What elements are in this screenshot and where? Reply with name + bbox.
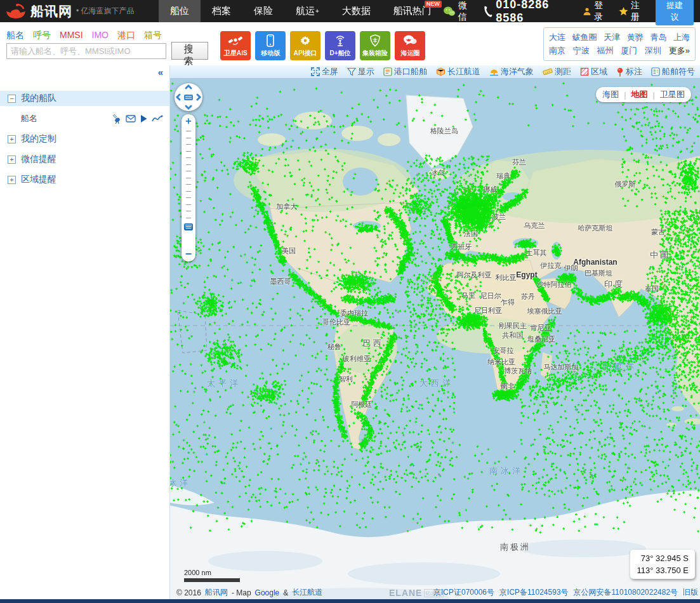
expand-toggle-icon[interactable]: + (8, 176, 16, 184)
sidebar-item-区域提醒[interactable]: +区域提醒 (0, 172, 169, 187)
nav-item-大数据[interactable]: 大数据 (331, 0, 382, 22)
city-link-宁波[interactable]: 宁波 (573, 45, 590, 56)
nav-item-船讯热门[interactable]: 船讯热门NEW (382, 0, 443, 22)
toolbar-显示[interactable]: 显示 (347, 66, 374, 77)
city-link-大连[interactable]: 大连 (549, 32, 565, 43)
sidebar-item-微信提醒[interactable]: +微信提醒 (0, 152, 169, 167)
badge-API接口[interactable]: API接口 (290, 31, 320, 60)
toolbar-label: 显示 (358, 66, 374, 77)
icp-link[interactable]: 京ICP备11024593号 (499, 587, 569, 598)
city-link-天津[interactable]: 天津 (604, 32, 620, 43)
map-toolbar: 全屏显示港口船舶长江航道海洋气象测距区域标注船舶符号 (170, 65, 700, 79)
mail-icon[interactable] (126, 115, 136, 123)
top-navbar: 船讯网 • 亿海蓝旗下产品 船位档案保险航运+大数据船讯热门NEW 微信 010… (0, 0, 700, 22)
badge-移动版[interactable]: 移动版 (255, 31, 286, 60)
toolbar-标注[interactable]: 标注 (616, 66, 642, 77)
city-link-鲅鱼圈[interactable]: 鲅鱼圈 (572, 32, 597, 43)
fullscreen-icon (311, 67, 320, 76)
sidebar-item-我的船队[interactable]: −我的船队 (0, 91, 169, 106)
maptype-海图[interactable]: 海图 (602, 89, 619, 100)
site-link[interactable]: 船讯网 (205, 587, 228, 598)
icp-link[interactable]: 旧版 (683, 587, 698, 598)
feedback-button[interactable]: 提建议 (656, 0, 694, 25)
ship-markers-layer[interactable] (170, 79, 700, 603)
zoom-out-button[interactable]: − (183, 249, 194, 260)
search-input[interactable] (6, 43, 166, 59)
phone-icon (482, 6, 492, 17)
toolbar-区域[interactable]: 区域 (580, 66, 607, 77)
zoom-tick (186, 197, 191, 198)
search-type-呼号[interactable]: 呼号 (33, 30, 51, 41)
maptype-地图[interactable]: 地图 (631, 89, 648, 100)
scale-label: 2000 nm (184, 569, 240, 576)
dish-icon[interactable] (111, 114, 122, 124)
city-link-福州[interactable]: 福州 (597, 45, 614, 56)
changjiang-link[interactable]: 长江航道 (292, 587, 322, 598)
toolbar-全屏[interactable]: 全屏 (311, 66, 338, 77)
track-icon[interactable] (152, 115, 163, 123)
nav-item-label: 船位 (170, 5, 189, 17)
search-button[interactable]: 搜 索 (171, 42, 208, 60)
search-type-船名[interactable]: 船名 (6, 30, 24, 41)
header-right: 微信 010-8286 8586 登录 注册 提建议 (443, 0, 700, 25)
toolbar-船舶符号[interactable]: 船舶符号 (651, 66, 695, 77)
login-link[interactable]: 登录 (583, 0, 610, 23)
nav-item-船位[interactable]: 船位 (159, 0, 201, 22)
google-link[interactable]: Google (255, 588, 280, 597)
nav-item-保险[interactable]: 保险 (242, 0, 284, 22)
nav-item-档案[interactable]: 档案 (201, 0, 242, 22)
zoom-slider-handle[interactable] (184, 223, 193, 230)
city-link-上海[interactable]: 上海 (673, 32, 690, 43)
expand-toggle-icon[interactable]: + (8, 156, 16, 164)
sidebar: « −我的船队船名+我的定制+微信提醒+区域提醒 (0, 65, 170, 603)
map-label-text: - Map (232, 588, 251, 597)
gear-icon (299, 34, 312, 47)
toolbar-港口船舶[interactable]: 港口船舶 (383, 66, 427, 77)
city-link-青岛[interactable]: 青岛 (650, 32, 666, 43)
badge-D+船位[interactable]: D+船位 (325, 31, 355, 60)
sidebar-collapse-button[interactable]: « (155, 67, 166, 77)
toolbar-label: 港口船舶 (394, 66, 427, 77)
maptype-卫星图[interactable]: 卫星图 (660, 89, 685, 100)
icp-link[interactable]: 京ICP证070006号 (433, 587, 494, 598)
icp-link[interactable]: 京公网安备11010802022482号 (574, 587, 678, 598)
toolbar-测距[interactable]: 测距 (543, 66, 571, 77)
cities-row-1: 大连鲅鱼圈天津黄骅青岛上海 (549, 32, 690, 43)
search-type-箱号[interactable]: 箱号 (144, 30, 162, 41)
toolbar-label: 海洋气象 (501, 66, 534, 77)
badge-集装箱险[interactable]: 集装箱险 (360, 31, 390, 60)
tree-item-label: 我的船队 (21, 93, 56, 104)
sidebar-item-我的定制[interactable]: +我的定制 (0, 131, 169, 147)
city-link-南京[interactable]: 南京 (549, 45, 565, 56)
play-icon[interactable] (140, 114, 148, 123)
city-link-厦门[interactable]: 厦门 (621, 45, 637, 56)
zoom-tick (186, 218, 191, 218)
nav-item-航运[interactable]: 航运+ (284, 0, 331, 22)
tree-item-label: 我的定制 (21, 133, 56, 145)
badge-label: 集装箱险 (362, 48, 388, 57)
badge-label: 海运圈 (400, 48, 419, 57)
search-type-IMO[interactable]: IMO (92, 30, 109, 41)
map-zoom-slider[interactable]: + − (182, 114, 195, 262)
collapse-toggle-icon[interactable]: − (8, 95, 16, 103)
badge-卫星AIS[interactable]: 卫星AIS (220, 31, 251, 60)
toolbar-海洋气象[interactable]: 海洋气象 (489, 66, 534, 77)
register-link[interactable]: 注册 (619, 0, 647, 23)
zoom-in-button[interactable]: + (183, 116, 194, 126)
logo[interactable]: 船讯网 • 亿海蓝旗下产品 (0, 3, 159, 20)
map-pan-control[interactable] (175, 83, 202, 111)
search-type-MMSI[interactable]: MMSI (60, 30, 83, 41)
expand-toggle-icon[interactable]: + (8, 135, 16, 143)
fleet-action-icons (111, 114, 163, 124)
coordinate-lat: 73° 32.945 S (637, 552, 689, 564)
world-map[interactable]: 格陵兰岛冰岛加拿大美国墨西哥委内瑞拉哥伦比亚秘鲁巴西玻利维亚智利阿根廷太平洋大西… (170, 79, 700, 603)
wechat-link[interactable]: 微信 (443, 0, 473, 23)
badge-label: API接口 (293, 48, 317, 57)
city-link-深圳[interactable]: 深圳 (645, 45, 661, 56)
city-link-黄骅[interactable]: 黄骅 (627, 32, 644, 43)
search-type-港口[interactable]: 港口 (117, 30, 135, 41)
more-cities-link[interactable]: 更多» (669, 45, 690, 56)
toolbar-长江航道[interactable]: 长江航道 (436, 66, 480, 77)
sidebar-tree: −我的船队船名+我的定制+微信提醒+区域提醒 (0, 91, 169, 192)
badge-海运圈[interactable]: 海运圈 (395, 31, 425, 60)
